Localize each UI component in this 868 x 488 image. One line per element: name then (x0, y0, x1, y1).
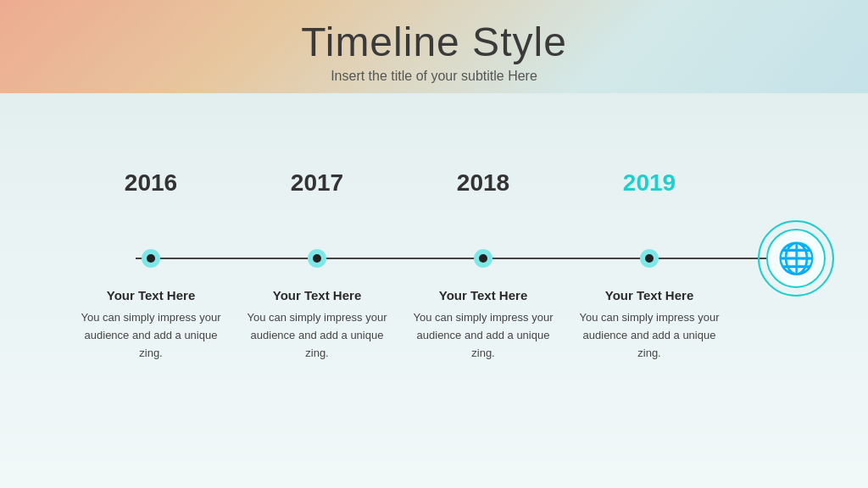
dot-outer-3 (474, 249, 492, 268)
timeline-line-container: 🌐 (68, 250, 834, 267)
dot-wrapper-4 (566, 249, 732, 268)
content-heading-2: Your Text Here (241, 288, 393, 302)
dot-outer-4 (640, 249, 659, 268)
dot-inner-2 (313, 254, 321, 263)
globe-icon: 🌐 (777, 241, 815, 276)
content-heading-1: Your Text Here (75, 288, 227, 302)
subtitle: Insert the title of your subtitle Here (331, 69, 537, 84)
content-text-4: You can simply impress your audience and… (573, 309, 726, 362)
content-heading-3: Your Text Here (407, 288, 559, 302)
year-2019: 2019 (566, 169, 732, 197)
dot-wrapper-3 (400, 249, 566, 268)
year-2016: 2016 (68, 169, 234, 197)
content-item-1: Your Text Here You can simply impress yo… (68, 288, 234, 362)
main-title: Timeline Style (301, 19, 567, 65)
slide: Timeline Style Insert the title of your … (0, 0, 868, 488)
year-2017: 2017 (234, 169, 400, 197)
dot-outer-2 (308, 249, 326, 268)
dot-wrapper-1 (68, 249, 234, 268)
globe-outer-ring: 🌐 (758, 220, 834, 297)
globe-container: 🌐 (758, 220, 834, 297)
content-item-3: Your Text Here You can simply impress yo… (400, 288, 566, 362)
dot-wrapper-2 (234, 249, 400, 268)
content-item-2: Your Text Here You can simply impress yo… (234, 288, 400, 362)
dot-outer-1 (142, 249, 160, 268)
content-row: Your Text Here You can simply impress yo… (68, 288, 732, 362)
timeline-section: 2016 2017 2018 2019 (68, 119, 834, 471)
dot-inner-3 (479, 254, 487, 263)
years-row: 2016 2017 2018 2019 (68, 169, 834, 197)
dot-inner-1 (147, 254, 155, 263)
dot-inner-4 (645, 254, 654, 263)
content-text-1: You can simply impress your audience and… (75, 309, 227, 362)
globe-inner-ring: 🌐 (766, 229, 826, 288)
year-2018: 2018 (400, 169, 566, 197)
dots-row: 🌐 (68, 250, 834, 267)
content-text-2: You can simply impress your audience and… (241, 309, 393, 362)
content-item-4: Your Text Here You can simply impress yo… (566, 288, 732, 362)
content-text-3: You can simply impress your audience and… (407, 309, 559, 362)
header: Timeline Style Insert the title of your … (0, 0, 868, 102)
content-heading-4: Your Text Here (573, 288, 726, 302)
